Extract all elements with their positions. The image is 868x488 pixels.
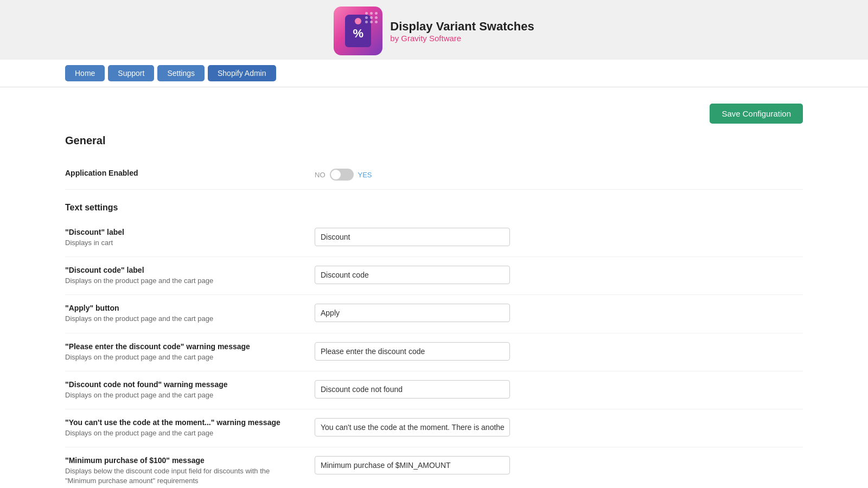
save-bar: Save Configuration xyxy=(65,104,803,124)
cant-use-warning-label-col: "You can't use the code at the moment...… xyxy=(65,418,315,438)
discount-label-input-col xyxy=(315,228,803,246)
main-content: Save Configuration General Application E… xyxy=(0,87,868,488)
discount-code-label-title: "Discount code" label xyxy=(65,266,298,274)
nav-support-button[interactable]: Support xyxy=(108,65,154,81)
apply-button-input-col xyxy=(315,304,803,322)
min-purchase-100-row: "Minimum purchase of $100" message Displ… xyxy=(65,447,803,488)
please-enter-warning-input-col xyxy=(315,342,803,361)
please-enter-warning-row: "Please enter the discount code" warning… xyxy=(65,333,803,371)
nav-shopify-admin-button[interactable]: Shopify Admin xyxy=(208,65,276,81)
discount-label-col: "Discount" label Displays in cart xyxy=(65,228,315,248)
save-configuration-button[interactable]: Save Configuration xyxy=(710,104,803,124)
text-settings-section: Text settings "Discount" label Displays … xyxy=(65,203,803,488)
logo-percent-icon: % xyxy=(353,27,364,41)
app-title-area: Display Variant Swatches by Gravity Soft… xyxy=(390,20,534,43)
toggle-yes-label: YES xyxy=(358,171,372,179)
toggle-knob xyxy=(331,170,341,179)
app-title: Display Variant Swatches xyxy=(390,20,534,34)
discount-code-label-input[interactable] xyxy=(315,266,510,284)
logo-decoration xyxy=(365,12,378,23)
nav-settings-button[interactable]: Settings xyxy=(157,65,205,81)
discount-label-row: "Discount" label Displays in cart xyxy=(65,219,803,257)
application-enabled-toggle[interactable] xyxy=(330,169,354,181)
apply-button-label-col: "Apply" button Displays on the product p… xyxy=(65,304,315,324)
please-enter-warning-label-col: "Please enter the discount code" warning… xyxy=(65,342,315,362)
min-purchase-100-label-col: "Minimum purchase of $100" message Displ… xyxy=(65,456,315,486)
code-not-found-row: "Discount code not found" warning messag… xyxy=(65,371,803,409)
application-enabled-label-col: Application Enabled xyxy=(65,169,315,179)
cant-use-warning-input-col xyxy=(315,418,803,436)
min-purchase-100-input-col xyxy=(315,456,803,474)
apply-button-label-desc: Displays on the product page and the car… xyxy=(65,314,298,324)
general-section-title: General xyxy=(65,134,803,147)
code-not-found-input-col xyxy=(315,380,803,399)
please-enter-warning-title: "Please enter the discount code" warning… xyxy=(65,342,298,351)
code-not-found-title: "Discount code not found" warning messag… xyxy=(65,380,298,389)
code-not-found-label-col: "Discount code not found" warning messag… xyxy=(65,380,315,400)
nav-home-button[interactable]: Home xyxy=(65,65,105,81)
app-header: % Display Variant Swatches by Gravity So… xyxy=(0,0,868,60)
code-not-found-desc: Displays on the product page and the car… xyxy=(65,390,298,400)
discount-label-desc: Displays in cart xyxy=(65,238,298,248)
min-purchase-100-title: "Minimum purchase of $100" message xyxy=(65,456,298,465)
discount-label-input[interactable] xyxy=(315,228,510,246)
cant-use-warning-input[interactable] xyxy=(315,418,510,436)
application-enabled-row: Application Enabled NO YES xyxy=(65,160,803,190)
please-enter-warning-desc: Displays on the product page and the car… xyxy=(65,352,298,362)
please-enter-warning-input[interactable] xyxy=(315,342,510,361)
min-purchase-100-input[interactable] xyxy=(315,456,510,474)
apply-button-label-title: "Apply" button xyxy=(65,304,298,312)
cant-use-warning-desc: Displays on the product page and the car… xyxy=(65,428,298,438)
nav-bar: Home Support Settings Shopify Admin xyxy=(0,60,868,87)
discount-label-title: "Discount" label xyxy=(65,228,298,236)
code-not-found-input[interactable] xyxy=(315,380,510,399)
toggle-no-label: NO xyxy=(315,171,326,179)
discount-code-label-col: "Discount code" label Displays on the pr… xyxy=(65,266,315,286)
min-purchase-100-desc: Displays below the discount code input f… xyxy=(65,466,298,486)
apply-button-row: "Apply" button Displays on the product p… xyxy=(65,295,803,333)
app-subtitle: by Gravity Software xyxy=(390,34,534,43)
apply-button-input[interactable] xyxy=(315,304,510,322)
cant-use-warning-title: "You can't use the code at the moment...… xyxy=(65,418,298,427)
general-section: General Application Enabled NO YES xyxy=(65,134,803,190)
discount-code-label-desc: Displays on the product page and the car… xyxy=(65,276,298,286)
discount-code-label-input-col xyxy=(315,266,803,284)
app-logo: % xyxy=(334,7,382,55)
application-enabled-label: Application Enabled xyxy=(65,169,298,177)
application-enabled-input-col: NO YES xyxy=(315,169,803,181)
text-settings-title: Text settings xyxy=(65,203,803,213)
logo-area: % Display Variant Swatches by Gravity So… xyxy=(334,7,534,55)
toggle-row: NO YES xyxy=(315,169,372,181)
cant-use-warning-row: "You can't use the code at the moment...… xyxy=(65,409,803,447)
discount-code-label-row: "Discount code" label Displays on the pr… xyxy=(65,257,803,295)
